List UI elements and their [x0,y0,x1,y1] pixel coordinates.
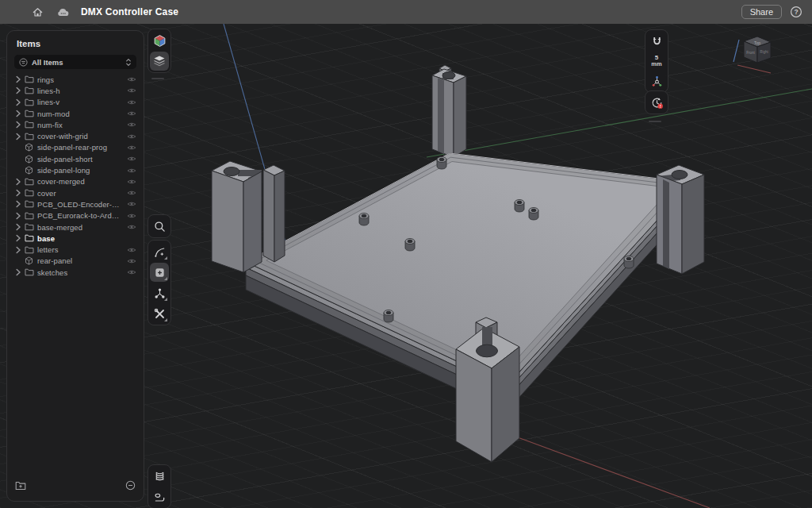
eye-icon[interactable] [127,213,136,219]
chevron-right-icon[interactable] [15,75,21,83]
list-item[interactable]: base [7,233,144,244]
roller-press-icon [154,491,166,503]
eye-icon[interactable] [127,110,136,117]
eye-icon[interactable] [127,201,136,207]
shaded-view-button[interactable] [150,31,169,50]
chevron-right-icon[interactable] [15,133,21,140]
items-filter-dropdown[interactable]: All Items [14,55,136,69]
eye-icon[interactable] [127,179,136,185]
list-item[interactable]: side-panel-short [7,153,144,164]
eye-icon[interactable] [127,133,136,140]
list-item[interactable]: side-panel-long [7,164,144,175]
chevron-right-icon[interactable] [15,121,21,129]
eye-icon[interactable] [127,99,136,106]
expand-chevron[interactable] [15,257,22,265]
panel-drag-handle[interactable] [151,78,164,79]
eye-icon[interactable] [127,167,136,174]
chevron-right-icon[interactable] [15,234,21,242]
eye-icon[interactable] [127,224,136,230]
help-button[interactable]: ? [790,6,802,18]
eye-icon[interactable] [127,247,136,253]
expand-chevron[interactable] [15,268,22,276]
expand-chevron[interactable] [15,121,22,129]
layers-button[interactable] [150,52,169,71]
eye-icon[interactable] [127,144,136,151]
list-item[interactable]: sketches [7,267,144,278]
chevron-right-icon[interactable] [15,110,21,117]
transform-gizmo-button[interactable] [647,71,666,90]
expand-chevron[interactable] [15,200,22,208]
expand-chevron[interactable] [15,246,22,254]
eye-icon[interactable] [127,258,136,264]
expand-chevron[interactable] [15,75,22,83]
model-base[interactable] [212,65,704,462]
expand-chevron[interactable] [15,167,22,175]
press-tool-button[interactable] [150,487,169,506]
model-post-right[interactable] [657,165,704,274]
chevron-right-icon[interactable] [15,268,21,276]
panel-drag-handle[interactable] [649,121,661,122]
list-item[interactable]: PCB_OLED-Encoder-Breako... [7,198,144,210]
list-item[interactable]: num-mod [7,108,144,119]
view-cube-right-label[interactable]: Right [760,50,768,54]
eye-icon[interactable] [127,156,136,162]
chevron-right-icon[interactable] [15,178,21,186]
search-button[interactable] [150,217,169,236]
cloud-sync-button[interactable] [56,5,70,19]
expand-chevron[interactable] [15,223,22,231]
new-folder-button[interactable] [15,479,26,494]
chevron-right-icon[interactable] [15,212,21,220]
spring-tool-button[interactable] [150,467,169,486]
search-panel [147,214,171,238]
list-item[interactable]: PCB_Eurorack-to-Arduino-... [7,210,144,221]
expand-chevron[interactable] [15,133,22,140]
chevron-right-icon[interactable] [15,87,21,94]
expand-chevron[interactable] [15,234,22,242]
expand-chevron[interactable] [15,144,22,152]
list-item[interactable]: rear-panel [7,256,144,267]
chevron-right-icon[interactable] [15,98,21,106]
list-item[interactable]: cover-with-grid [7,130,144,141]
add-body-tool-button[interactable] [150,263,169,282]
view-cube-top-label[interactable]: Top [754,40,760,45]
expand-chevron[interactable] [15,178,22,186]
chevron-right-icon[interactable] [15,223,21,231]
expand-chevron[interactable] [15,87,22,94]
sketch-tool-button[interactable] [150,242,169,261]
eye-icon[interactable] [127,76,136,83]
boolean-tool-button[interactable] [150,283,169,302]
expand-chevron[interactable] [15,189,22,197]
remove-item-button[interactable] [125,479,136,494]
chevron-right-icon[interactable] [15,189,21,197]
list-item[interactable]: num-fix [7,119,144,130]
chevron-right-icon[interactable] [15,200,21,208]
expand-chevron[interactable] [15,110,22,117]
grid-size-setting[interactable]: 5 mm [651,52,661,70]
list-item[interactable]: lines-v [7,97,144,108]
home-button[interactable] [30,5,44,19]
list-item[interactable]: cover-merged [7,176,144,187]
list-item[interactable]: letters [7,244,144,255]
share-button[interactable]: Share [741,5,782,19]
snapping-button[interactable] [647,32,666,51]
3d-scene[interactable]: Top Front Right [143,24,812,508]
list-item[interactable]: side-panel-rear-prog [7,142,144,153]
expand-chevron[interactable] [15,212,22,220]
list-item[interactable]: lines-h [7,85,144,96]
expand-chevron[interactable] [15,98,22,106]
view-cube[interactable]: Top Front Right [733,37,771,73]
view-cube-front-label[interactable]: Front [746,51,755,55]
chevron-right-icon[interactable] [15,246,21,254]
eye-icon[interactable] [127,269,136,275]
utilities-tool-button[interactable] [150,304,169,323]
eye-icon[interactable] [127,190,136,196]
history-button[interactable] [647,93,666,112]
list-item[interactable]: rings [7,74,144,85]
expand-chevron[interactable] [15,155,22,163]
model-post-rear[interactable] [432,65,466,157]
model-post-left[interactable] [212,161,285,272]
eye-icon[interactable] [127,87,136,94]
list-item[interactable]: cover [7,187,144,198]
list-item[interactable]: base-merged [7,221,144,233]
eye-icon[interactable] [127,121,136,128]
